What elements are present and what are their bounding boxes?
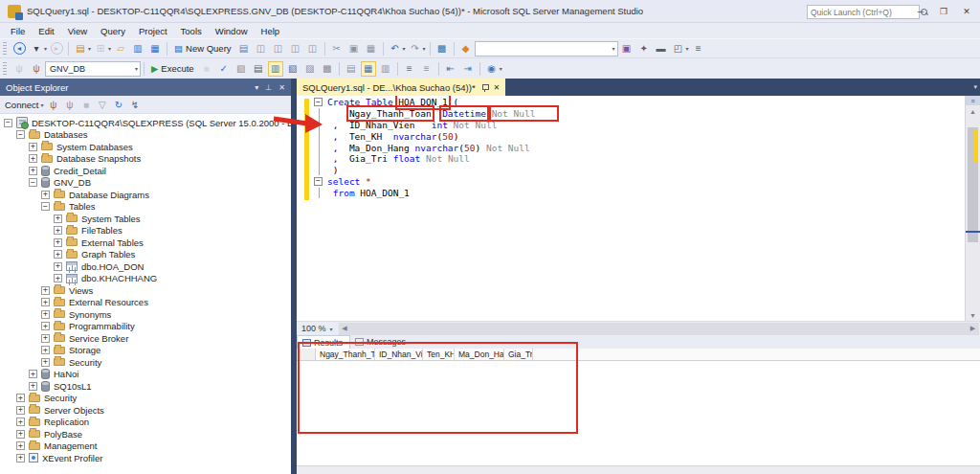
new-file-button[interactable]: ▤: [73, 41, 88, 56]
tree-item-views[interactable]: +Views: [0, 284, 291, 297]
stop-icon[interactable]: ■: [78, 98, 93, 112]
tree-item-dbo-khachhang[interactable]: +dbo.KHACHHANG: [0, 273, 291, 285]
close-tab-icon[interactable]: ✕: [494, 83, 501, 92]
tree-item-credit-detail[interactable]: +Credit_Detail: [0, 165, 291, 177]
expand-icon[interactable]: +: [29, 382, 37, 391]
menu-item-file[interactable]: File: [4, 26, 32, 36]
tree-item-system-databases[interactable]: +System Databases: [0, 141, 291, 153]
filter-icon[interactable]: ▽: [95, 98, 109, 112]
copy-button[interactable]: ▣: [346, 41, 362, 56]
tree-item-security[interactable]: +Security: [0, 393, 291, 405]
tree-item-dbo-hoa-don[interactable]: +dbo.HOA_DON: [0, 260, 291, 273]
code-line-4[interactable]: , Ten_KH nvarchar(50): [314, 130, 556, 142]
expand-icon[interactable]: +: [29, 370, 37, 378]
console-window-button-dropdown-icon[interactable]: ▾: [686, 45, 689, 52]
tree-item-service-broker[interactable]: +Service Broker: [0, 332, 291, 345]
expand-icon[interactable]: +: [16, 418, 25, 426]
expand-icon[interactable]: +: [41, 286, 50, 295]
new-file-button-dropdown-icon[interactable]: ▾: [88, 45, 91, 52]
comment-selection-button[interactable]: ≡: [402, 61, 417, 77]
specify-values-button[interactable]: ◉: [484, 61, 500, 77]
open-file-button[interactable]: ▱: [113, 41, 128, 56]
undo-button[interactable]: ↶: [388, 41, 403, 56]
extension-icon[interactable]: ◆: [458, 41, 474, 56]
tree-item-management[interactable]: +Management: [0, 440, 291, 453]
results-tab-results[interactable]: Results: [297, 335, 350, 349]
code-line-9[interactable]: from HOA_DON_1: [314, 187, 556, 198]
add-item-button[interactable]: ⊞: [93, 41, 108, 56]
menu-item-view[interactable]: View: [61, 26, 94, 36]
expand-icon[interactable]: +: [41, 358, 50, 367]
column-header-ma_don_hang[interactable]: Ma_Don_Hang: [455, 349, 504, 360]
menu-item-query[interactable]: Query: [94, 26, 132, 36]
tree-item-graph-tables[interactable]: +Graph Tables: [0, 249, 291, 261]
toolbar-grip[interactable]: [3, 62, 7, 76]
display-estimated-plan-button[interactable]: ▧: [234, 61, 249, 77]
change-connection-button[interactable]: ψ: [29, 61, 44, 77]
pin-tab-icon[interactable]: [481, 83, 488, 92]
tree-item-xevent-profiler[interactable]: +XEvent Profiler: [0, 452, 291, 464]
compact-query-button[interactable]: ◫: [305, 41, 321, 56]
tree-item-server-objects[interactable]: +Server Objects: [0, 404, 291, 417]
database-engine-query-button[interactable]: ▤: [236, 41, 252, 56]
navigate-backward-dropdown[interactable]: ▾: [29, 41, 44, 56]
connect-dropdown-icon[interactable]: ▾: [40, 102, 43, 108]
menu-item-project[interactable]: Project: [132, 26, 174, 36]
quick-launch-input[interactable]: [808, 8, 920, 17]
code-line-6[interactable]: , Gia_Tri float Not Null: [314, 153, 556, 165]
results-to-file-button[interactable]: ▥: [378, 61, 393, 77]
collapse-icon[interactable]: −: [41, 202, 50, 211]
tree-item-filetables[interactable]: +FileTables: [0, 225, 291, 237]
results-to-text-button[interactable]: ▤: [344, 61, 359, 77]
activity-monitor-button[interactable]: ▩: [434, 41, 450, 56]
expand-icon[interactable]: +: [16, 454, 25, 463]
fold-collapse-icon[interactable]: −: [314, 98, 323, 106]
collapse-icon[interactable]: −: [4, 119, 12, 127]
redo-button-dropdown-icon[interactable]: ▾: [423, 45, 426, 52]
expand-icon[interactable]: +: [54, 274, 62, 282]
tree-item-database-snapshots[interactable]: +Database Snapshots: [0, 153, 291, 166]
expand-icon[interactable]: +: [54, 238, 62, 247]
dmx-query-button[interactable]: ◫: [271, 41, 286, 56]
save-all-button[interactable]: ▦: [147, 41, 163, 56]
tree-item-synonyms[interactable]: +Synonyms: [0, 308, 291, 321]
scroll-left-icon[interactable]: ◀: [339, 323, 351, 335]
tree-item-programmability[interactable]: +Programmability: [0, 321, 291, 333]
code-line-2[interactable]: Ngay_Thanh_Toan Datetime Not Null: [314, 108, 556, 120]
decrease-indent-button[interactable]: ⇤: [443, 61, 458, 77]
include-actual-plan-button[interactable]: ▧: [285, 61, 301, 77]
version-badge-icon[interactable]: ▣: [619, 41, 635, 56]
document-tab[interactable]: SQLQuery1.sql - DE...\Khoa Suchao (54))*…: [297, 79, 505, 96]
refresh-icon[interactable]: ↻: [111, 98, 125, 112]
mdx-query-button[interactable]: ◫: [254, 41, 269, 56]
tree-item-storage[interactable]: +Storage: [0, 345, 291, 357]
tools-wrench-button[interactable]: ✦: [636, 41, 652, 56]
connect-object-explorer-icon[interactable]: ψ: [46, 98, 60, 112]
close-button[interactable]: ✕: [957, 3, 976, 20]
console-window-button[interactable]: ◰: [671, 41, 686, 56]
tree-item-tables[interactable]: −Tables: [0, 201, 291, 214]
expand-icon[interactable]: +: [41, 334, 50, 343]
tree-item-external-resources[interactable]: +External Resources: [0, 297, 291, 309]
undo-button-dropdown-icon[interactable]: ▾: [403, 45, 406, 52]
expand-icon[interactable]: +: [16, 394, 25, 402]
tree-item-hanoi[interactable]: +HaNoi: [0, 369, 291, 381]
increase-indent-button[interactable]: ⇥: [460, 61, 476, 77]
code-line-3[interactable]: , ID_Nhan_Vien int Not Null: [314, 120, 556, 131]
code-line-8[interactable]: −select *: [314, 176, 556, 188]
script-wizard-icon[interactable]: ↯: [127, 98, 142, 112]
scroll-up-icon[interactable]: ▲: [966, 106, 980, 117]
expand-icon[interactable]: +: [41, 346, 50, 354]
new-query-button[interactable]: ▤New Query: [170, 40, 235, 57]
zoom-control[interactable]: 100 % ▾: [297, 324, 338, 333]
intellisense-enabled-button[interactable]: ▥: [268, 61, 283, 77]
cancel-query-button[interactable]: ■: [199, 61, 214, 77]
add-item-button-dropdown-icon[interactable]: ▾: [108, 45, 111, 52]
xmla-query-button[interactable]: ◫: [288, 41, 303, 56]
tree-item-server-root[interactable]: −DESKTOP-C11QQR4\SQLEXPRESS (SQL Server …: [0, 117, 291, 129]
parse-button[interactable]: ✓: [216, 61, 232, 77]
tree-item-security[interactable]: +Security: [0, 356, 291, 369]
navigate-backward-dropdown-dropdown-icon[interactable]: ▾: [44, 45, 47, 52]
column-header-ten_kh[interactable]: Ten_KH: [423, 349, 455, 360]
scroll-right-icon[interactable]: ▶: [967, 323, 979, 335]
